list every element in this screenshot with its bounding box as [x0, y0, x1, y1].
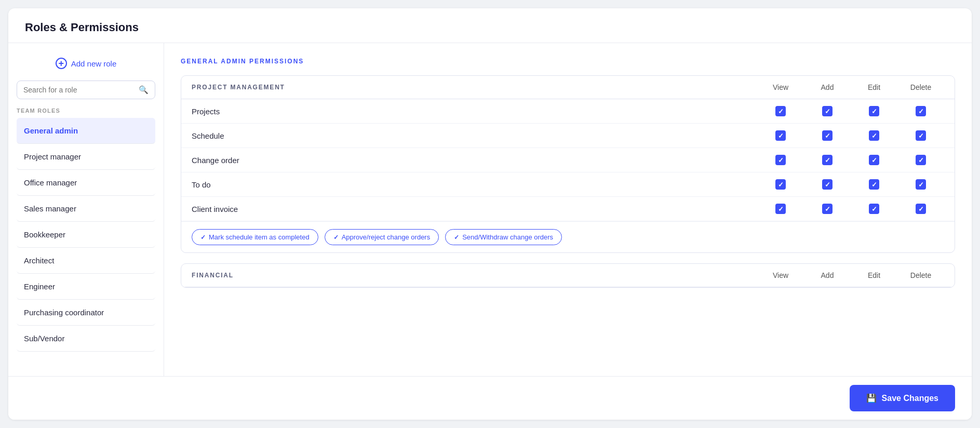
checkbox-cell-delete: ✓ [897, 155, 944, 165]
checkmark-icon: ✓ [871, 132, 877, 140]
add-role-button[interactable]: + Add new role [56, 54, 117, 73]
checkmark-icon: ✓ [778, 181, 784, 189]
save-label: Save Changes [882, 394, 938, 403]
checkbox-cell-add: ✓ [804, 106, 851, 116]
sidebar-item-project-manager[interactable]: Project manager [17, 144, 155, 170]
checkmark-icon: ✓ [918, 132, 924, 140]
checkmark-icon: ✓ [871, 205, 877, 213]
checkbox-edit[interactable]: ✓ [869, 130, 879, 141]
add-role-label: Add new role [71, 59, 117, 68]
permission-name: Change order [192, 156, 757, 165]
checkbox-delete[interactable]: ✓ [916, 106, 926, 116]
sidebar-item-general-admin[interactable]: General admin [17, 118, 155, 144]
col-header-view: View [757, 83, 804, 91]
checkbox-view[interactable]: ✓ [775, 130, 786, 141]
checkbox-cell-add: ✓ [804, 204, 851, 214]
checkbox-delete[interactable]: ✓ [916, 204, 926, 214]
sidebar-item-bookkeeper[interactable]: Bookkeeper [17, 222, 155, 248]
checkbox-cell-view: ✓ [757, 106, 804, 116]
checkmark-icon: ✓ [871, 181, 877, 189]
checkbox-cell-add: ✓ [804, 130, 851, 141]
special-perm-label: Approve/reject change orders [342, 233, 431, 241]
checkbox-edit[interactable]: ✓ [869, 179, 879, 190]
sidebar-item-sub-vendor[interactable]: Sub/Vendor [17, 326, 155, 352]
checkbox-edit[interactable]: ✓ [869, 155, 879, 165]
checkbox-add[interactable]: ✓ [822, 204, 833, 214]
special-permissions: ✓Mark schedule item as completed✓Approve… [181, 221, 955, 252]
roles-list-wrapper: General adminProject managerOffice manag… [17, 118, 155, 376]
checkmark-icon: ✓ [918, 108, 924, 115]
card-header: Roles & Permissions [8, 8, 972, 43]
checkbox-view[interactable]: ✓ [775, 179, 786, 190]
special-perm-badge-mark-schedule[interactable]: ✓Mark schedule item as completed [192, 229, 318, 245]
save-changes-button[interactable]: 💾 Save Changes [850, 385, 955, 411]
checkbox-cell-view: ✓ [757, 130, 804, 141]
special-perm-check-icon: ✓ [200, 234, 206, 241]
permissions-block-financial: FINANCIALViewAddEditDelete [181, 263, 955, 288]
checkmark-icon: ✓ [871, 108, 877, 115]
permission-name: Client invoice [192, 205, 757, 213]
checkbox-delete[interactable]: ✓ [916, 155, 926, 165]
checkbox-cell-edit: ✓ [851, 106, 897, 116]
special-perm-label: Mark schedule item as completed [209, 233, 310, 241]
checkmark-icon: ✓ [918, 181, 924, 189]
col-header-delete: Delete [897, 271, 944, 279]
checkbox-cell-delete: ✓ [897, 130, 944, 141]
checkbox-add[interactable]: ✓ [822, 106, 833, 116]
checkbox-cell-delete: ✓ [897, 204, 944, 214]
col-header-edit: Edit [851, 83, 897, 91]
checkmark-icon: ✓ [871, 156, 877, 164]
checkbox-cell-delete: ✓ [897, 179, 944, 190]
checkmark-icon: ✓ [825, 108, 830, 115]
footer: 💾 Save Changes [8, 376, 972, 420]
checkbox-view[interactable]: ✓ [775, 106, 786, 116]
checkmark-icon: ✓ [778, 108, 784, 115]
sidebar-item-office-manager[interactable]: Office manager [17, 170, 155, 196]
permission-name: Projects [192, 107, 757, 116]
checkbox-delete[interactable]: ✓ [916, 179, 926, 190]
checkbox-cell-edit: ✓ [851, 130, 897, 141]
card-body: + Add new role 🔍 TEAM ROLES General admi… [8, 43, 972, 376]
permission-row: Projects✓✓✓✓ [181, 99, 955, 124]
checkmark-icon: ✓ [825, 205, 830, 213]
col-header-view: View [757, 271, 804, 279]
permissions-blocks: PROJECT MANAGEMENTViewAddEditDeleteProje… [181, 75, 955, 288]
special-perm-check-icon: ✓ [333, 234, 339, 241]
col-header-delete: Delete [897, 83, 944, 91]
checkmark-icon: ✓ [825, 156, 830, 164]
section-title: GENERAL ADMIN PERMISSIONS [181, 58, 955, 65]
block-header-financial: FINANCIALViewAddEditDelete [181, 264, 955, 287]
special-perm-badge-approve-reject[interactable]: ✓Approve/reject change orders [325, 229, 439, 245]
checkbox-cell-delete: ✓ [897, 106, 944, 116]
checkbox-add[interactable]: ✓ [822, 179, 833, 190]
sidebar-item-architect[interactable]: Architect [17, 248, 155, 274]
search-input[interactable] [23, 86, 139, 94]
checkmark-icon: ✓ [825, 181, 830, 189]
checkbox-view[interactable]: ✓ [775, 155, 786, 165]
permission-name: Schedule [192, 131, 757, 140]
checkbox-delete[interactable]: ✓ [916, 130, 926, 141]
special-perm-label: Send/Withdraw change orders [462, 233, 553, 241]
checkbox-add[interactable]: ✓ [822, 155, 833, 165]
block-label-project-management: PROJECT MANAGEMENT [192, 84, 757, 91]
checkmark-icon: ✓ [778, 205, 784, 213]
permission-row: To do✓✓✓✓ [181, 172, 955, 197]
checkbox-cell-view: ✓ [757, 179, 804, 190]
checkbox-cell-edit: ✓ [851, 179, 897, 190]
search-icon: 🔍 [139, 85, 149, 95]
special-perm-check-icon: ✓ [454, 234, 459, 241]
sidebar: + Add new role 🔍 TEAM ROLES General admi… [8, 43, 164, 376]
checkmark-icon: ✓ [918, 156, 924, 164]
checkbox-cell-view: ✓ [757, 155, 804, 165]
permissions-content: GENERAL ADMIN PERMISSIONS PROJECT MANAGE… [164, 43, 972, 376]
checkbox-edit[interactable]: ✓ [869, 204, 879, 214]
sidebar-item-sales-manager[interactable]: Sales manager [17, 196, 155, 222]
checkbox-add[interactable]: ✓ [822, 130, 833, 141]
checkmark-icon: ✓ [778, 156, 784, 164]
special-perm-badge-send-withdraw[interactable]: ✓Send/Withdraw change orders [445, 229, 562, 245]
checkbox-view[interactable]: ✓ [775, 204, 786, 214]
sidebar-item-purchasing-coordinator[interactable]: Purchasing coordinator [17, 300, 155, 326]
plus-icon: + [56, 58, 67, 69]
sidebar-item-engineer[interactable]: Engineer [17, 274, 155, 300]
checkbox-edit[interactable]: ✓ [869, 106, 879, 116]
